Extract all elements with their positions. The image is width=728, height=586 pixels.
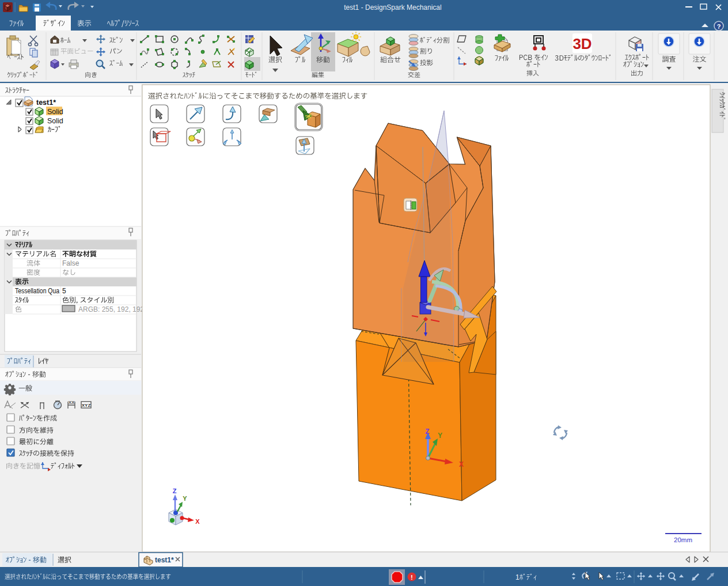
svg-text:3D: 3D — [572, 35, 592, 52]
svg-text:Tessellation Qua: Tessellation Qua — [15, 287, 59, 295]
svg-text:Solid: Solid — [47, 108, 63, 116]
svg-text:Solid: Solid — [47, 117, 63, 125]
svg-text:False: False — [62, 259, 79, 267]
svg-text:ARGB: 255, 192, 192: ARGB: 255, 192, 192 — [78, 305, 144, 313]
svg-text:Y: Y — [438, 432, 442, 440]
svg-text:X: X — [459, 460, 464, 468]
svg-text:?: ? — [717, 23, 721, 30]
svg-text:Z: Z — [425, 428, 429, 436]
svg-text:XYZ: XYZ — [82, 403, 91, 408]
svg-text:!: ! — [411, 574, 413, 581]
svg-text:Y: Y — [183, 495, 187, 502]
svg-text:test1*: test1* — [36, 99, 56, 107]
svg-text:Z: Z — [173, 487, 177, 494]
svg-text:X: X — [195, 518, 200, 525]
svg-text:20mm: 20mm — [674, 536, 692, 543]
svg-text:5: 5 — [62, 287, 66, 295]
svg-text:test1*: test1* — [155, 556, 174, 564]
svg-text:1: 1 — [515, 573, 520, 581]
svg-text:XX: XX — [69, 400, 75, 405]
svg-text:test1 - DesignSpark Mechanical: test1 - DesignSpark Mechanical — [344, 3, 441, 12]
